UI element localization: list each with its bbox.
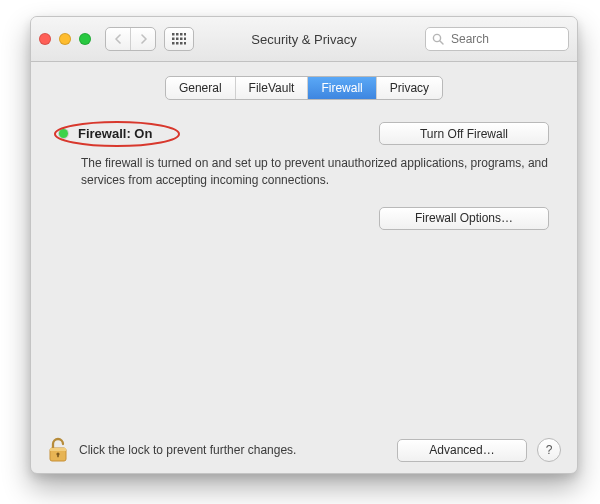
svg-rect-9 [176,42,179,45]
window-controls [39,33,91,45]
advanced-button[interactable]: Advanced… [397,439,527,462]
svg-rect-1 [176,33,179,36]
tab-bar: General FileVault Firewall Privacy [31,76,577,100]
zoom-window-button[interactable] [79,33,91,45]
lock-button[interactable] [47,437,69,463]
help-icon: ? [546,443,553,457]
firewall-description: The firewall is turned on and set up to … [81,155,549,189]
forward-button[interactable] [130,28,155,50]
svg-rect-2 [180,33,183,36]
tab-filevault[interactable]: FileVault [235,77,308,99]
footer: Click the lock to prevent further change… [31,427,577,473]
tab-general[interactable]: General [166,77,235,99]
nav-back-forward [105,27,156,51]
back-button[interactable] [106,28,130,50]
grid-icon [172,33,186,45]
button-label: Turn Off Firewall [420,127,508,141]
svg-rect-18 [57,454,59,457]
tab-label: Privacy [390,81,429,95]
svg-rect-4 [172,38,175,41]
status-indicator-icon [59,129,68,138]
search-input[interactable] [449,31,562,47]
show-all-button[interactable] [164,27,194,51]
svg-rect-10 [180,42,183,45]
tab-label: FileVault [249,81,295,95]
tab-label: Firewall [321,81,362,95]
svg-rect-3 [184,33,186,36]
firewall-options-button[interactable]: Firewall Options… [379,207,549,230]
content-pane: Firewall: On Turn Off Firewall The firew… [31,100,577,230]
close-window-button[interactable] [39,33,51,45]
preferences-window: Security & Privacy General FileVault Fir… [30,16,578,474]
search-field[interactable] [425,27,569,51]
lock-open-icon [47,437,69,463]
svg-rect-6 [180,38,183,41]
svg-rect-8 [172,42,175,45]
svg-rect-7 [184,38,186,41]
svg-rect-5 [176,38,179,41]
tab-label: General [179,81,222,95]
toolbar: Security & Privacy [31,17,577,62]
minimize-window-button[interactable] [59,33,71,45]
help-button[interactable]: ? [537,438,561,462]
button-label: Firewall Options… [415,211,513,225]
svg-rect-11 [184,42,186,45]
svg-rect-0 [172,33,175,36]
chevron-right-icon [139,34,148,44]
button-label: Advanced… [429,443,494,457]
lock-hint-label: Click the lock to prevent further change… [79,443,296,457]
turn-off-firewall-button[interactable]: Turn Off Firewall [379,122,549,145]
svg-rect-16 [50,448,66,451]
search-icon [432,33,444,45]
svg-line-13 [440,41,443,44]
tab-firewall[interactable]: Firewall [307,77,375,99]
chevron-left-icon [114,34,123,44]
tab-privacy[interactable]: Privacy [376,77,442,99]
firewall-status-label: Firewall: On [78,126,152,141]
